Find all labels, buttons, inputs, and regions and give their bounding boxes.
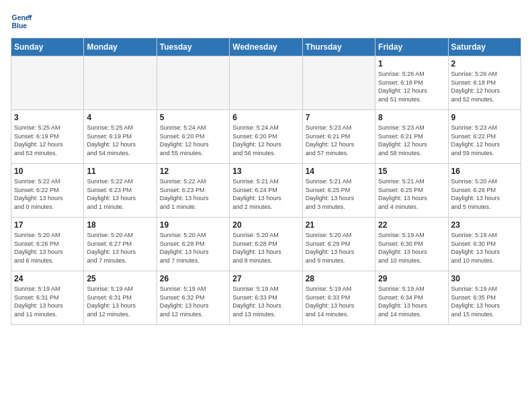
day-info: Sunrise: 5:20 AM Sunset: 6:29 PM Dayligh… <box>306 231 372 265</box>
calendar-cell: 23Sunrise: 5:19 AM Sunset: 6:30 PM Dayli… <box>448 218 521 271</box>
day-info: Sunrise: 5:26 AM Sunset: 6:18 PM Dayligh… <box>451 70 518 103</box>
day-info: Sunrise: 5:22 AM Sunset: 6:23 PM Dayligh… <box>160 177 226 211</box>
calendar-cell: 24Sunrise: 5:19 AM Sunset: 6:31 PM Dayli… <box>11 271 84 325</box>
day-info: Sunrise: 5:23 AM Sunset: 6:21 PM Dayligh… <box>306 124 372 157</box>
day-info: Sunrise: 5:25 AM Sunset: 6:19 PM Dayligh… <box>14 124 81 157</box>
day-number: 3 <box>14 113 81 122</box>
day-number: 5 <box>160 113 226 122</box>
day-info: Sunrise: 5:20 AM Sunset: 6:27 PM Dayligh… <box>87 231 153 265</box>
weekday-header-thursday: Thursday <box>302 38 375 56</box>
day-info: Sunrise: 5:19 AM Sunset: 6:30 PM Dayligh… <box>451 231 518 265</box>
logo-icon: General Blue <box>11 11 32 32</box>
day-info: Sunrise: 5:19 AM Sunset: 6:31 PM Dayligh… <box>87 285 153 318</box>
day-info: Sunrise: 5:23 AM Sunset: 6:21 PM Dayligh… <box>378 124 445 157</box>
weekday-header-tuesday: Tuesday <box>157 38 229 56</box>
day-info: Sunrise: 5:19 AM Sunset: 6:32 PM Dayligh… <box>160 285 226 318</box>
day-number: 6 <box>232 113 299 122</box>
day-number: 10 <box>14 167 81 176</box>
day-number: 1 <box>378 59 445 68</box>
calendar-cell: 3Sunrise: 5:25 AM Sunset: 6:19 PM Daylig… <box>11 110 84 164</box>
day-info: Sunrise: 5:24 AM Sunset: 6:20 PM Dayligh… <box>160 124 226 157</box>
calendar-cell: 22Sunrise: 5:19 AM Sunset: 6:30 PM Dayli… <box>375 218 448 271</box>
weekday-header-sunday: Sunday <box>11 38 84 56</box>
day-info: Sunrise: 5:22 AM Sunset: 6:22 PM Dayligh… <box>14 177 81 211</box>
day-number: 19 <box>160 220 226 230</box>
day-info: Sunrise: 5:21 AM Sunset: 6:24 PM Dayligh… <box>232 177 299 211</box>
day-number: 7 <box>306 113 372 122</box>
day-info: Sunrise: 5:22 AM Sunset: 6:23 PM Dayligh… <box>87 177 153 211</box>
day-number: 4 <box>87 113 153 122</box>
calendar-cell: 1Sunrise: 5:26 AM Sunset: 6:18 PM Daylig… <box>375 56 448 110</box>
day-number: 12 <box>160 167 226 176</box>
day-number: 11 <box>87 167 153 176</box>
calendar-cell: 16Sunrise: 5:20 AM Sunset: 6:26 PM Dayli… <box>448 164 521 218</box>
calendar-cell: 26Sunrise: 5:19 AM Sunset: 6:32 PM Dayli… <box>157 271 229 325</box>
calendar-cell: 29Sunrise: 5:19 AM Sunset: 6:34 PM Dayli… <box>375 271 448 325</box>
day-number: 17 <box>14 220 81 230</box>
day-number: 9 <box>451 113 518 122</box>
weekday-header-friday: Friday <box>375 38 448 56</box>
calendar-cell: 9Sunrise: 5:23 AM Sunset: 6:22 PM Daylig… <box>448 110 521 164</box>
weekday-header-monday: Monday <box>84 38 157 56</box>
day-number: 21 <box>306 220 372 230</box>
calendar-cell <box>84 56 157 110</box>
calendar-cell: 28Sunrise: 5:19 AM Sunset: 6:33 PM Dayli… <box>302 271 375 325</box>
day-number: 18 <box>87 220 153 230</box>
weekday-header-saturday: Saturday <box>448 38 521 56</box>
weekday-header-wednesday: Wednesday <box>230 38 302 56</box>
calendar-cell: 17Sunrise: 5:20 AM Sunset: 6:26 PM Dayli… <box>11 218 84 271</box>
day-number: 8 <box>378 113 445 122</box>
calendar-cell: 15Sunrise: 5:21 AM Sunset: 6:25 PM Dayli… <box>375 164 448 218</box>
day-info: Sunrise: 5:20 AM Sunset: 6:28 PM Dayligh… <box>232 231 299 265</box>
calendar-cell: 19Sunrise: 5:20 AM Sunset: 6:28 PM Dayli… <box>157 218 229 271</box>
calendar-cell: 4Sunrise: 5:25 AM Sunset: 6:19 PM Daylig… <box>84 110 157 164</box>
day-info: Sunrise: 5:24 AM Sunset: 6:20 PM Dayligh… <box>232 124 299 157</box>
day-number: 26 <box>160 274 226 283</box>
calendar-cell: 21Sunrise: 5:20 AM Sunset: 6:29 PM Dayli… <box>302 218 375 271</box>
calendar-cell: 25Sunrise: 5:19 AM Sunset: 6:31 PM Dayli… <box>84 271 157 325</box>
calendar-cell: 12Sunrise: 5:22 AM Sunset: 6:23 PM Dayli… <box>157 164 229 218</box>
calendar-cell: 5Sunrise: 5:24 AM Sunset: 6:20 PM Daylig… <box>157 110 229 164</box>
logo: General Blue <box>11 11 35 32</box>
calendar-cell <box>11 56 84 110</box>
day-info: Sunrise: 5:19 AM Sunset: 6:33 PM Dayligh… <box>306 285 372 318</box>
day-info: Sunrise: 5:19 AM Sunset: 6:30 PM Dayligh… <box>378 231 445 265</box>
day-info: Sunrise: 5:19 AM Sunset: 6:35 PM Dayligh… <box>451 285 518 318</box>
day-number: 2 <box>451 59 518 68</box>
calendar-cell <box>230 56 302 110</box>
day-number: 29 <box>378 274 445 283</box>
day-number: 30 <box>451 274 518 283</box>
calendar-cell: 7Sunrise: 5:23 AM Sunset: 6:21 PM Daylig… <box>302 110 375 164</box>
day-info: Sunrise: 5:25 AM Sunset: 6:19 PM Dayligh… <box>87 124 153 157</box>
day-info: Sunrise: 5:19 AM Sunset: 6:33 PM Dayligh… <box>232 285 299 318</box>
calendar-cell: 13Sunrise: 5:21 AM Sunset: 6:24 PM Dayli… <box>230 164 302 218</box>
day-info: Sunrise: 5:20 AM Sunset: 6:28 PM Dayligh… <box>160 231 226 265</box>
day-info: Sunrise: 5:19 AM Sunset: 6:31 PM Dayligh… <box>14 285 81 318</box>
day-number: 20 <box>232 220 299 230</box>
day-number: 16 <box>451 167 518 176</box>
calendar-cell: 20Sunrise: 5:20 AM Sunset: 6:28 PM Dayli… <box>230 218 302 271</box>
calendar-table: SundayMondayTuesdayWednesdayThursdayFrid… <box>11 38 521 325</box>
calendar-cell <box>302 56 375 110</box>
day-info: Sunrise: 5:21 AM Sunset: 6:25 PM Dayligh… <box>306 177 372 211</box>
day-number: 27 <box>232 274 299 283</box>
calendar-cell: 6Sunrise: 5:24 AM Sunset: 6:20 PM Daylig… <box>230 110 302 164</box>
day-info: Sunrise: 5:23 AM Sunset: 6:22 PM Dayligh… <box>451 124 518 157</box>
day-info: Sunrise: 5:20 AM Sunset: 6:26 PM Dayligh… <box>451 177 518 211</box>
day-number: 15 <box>378 167 445 176</box>
calendar-cell: 30Sunrise: 5:19 AM Sunset: 6:35 PM Dayli… <box>448 271 521 325</box>
calendar-cell: 11Sunrise: 5:22 AM Sunset: 6:23 PM Dayli… <box>84 164 157 218</box>
day-number: 13 <box>232 167 299 176</box>
day-number: 23 <box>451 220 518 230</box>
calendar-cell: 2Sunrise: 5:26 AM Sunset: 6:18 PM Daylig… <box>448 56 521 110</box>
calendar-cell: 18Sunrise: 5:20 AM Sunset: 6:27 PM Dayli… <box>84 218 157 271</box>
day-number: 14 <box>306 167 372 176</box>
day-number: 28 <box>306 274 372 283</box>
calendar-cell: 8Sunrise: 5:23 AM Sunset: 6:21 PM Daylig… <box>375 110 448 164</box>
day-number: 24 <box>14 274 81 283</box>
calendar-cell <box>157 56 229 110</box>
calendar-cell: 14Sunrise: 5:21 AM Sunset: 6:25 PM Dayli… <box>302 164 375 218</box>
svg-text:Blue: Blue <box>12 22 28 30</box>
day-number: 25 <box>87 274 153 283</box>
day-info: Sunrise: 5:26 AM Sunset: 6:18 PM Dayligh… <box>378 70 445 103</box>
